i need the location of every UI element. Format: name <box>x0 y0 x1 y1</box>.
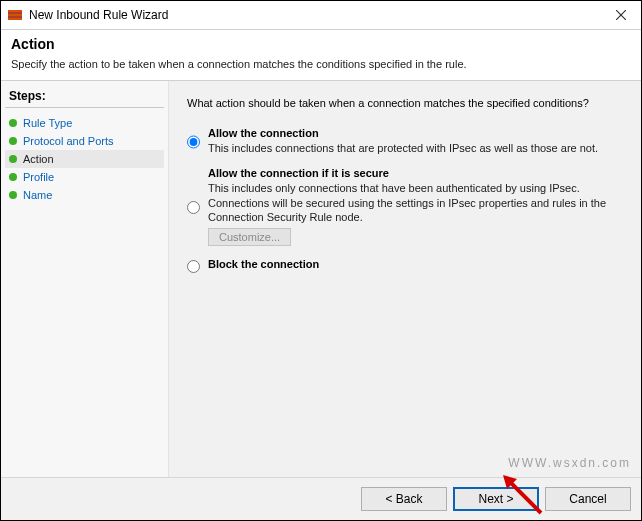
step-dot-icon <box>9 155 17 163</box>
back-button[interactable]: < Back <box>361 487 447 511</box>
svg-rect-2 <box>8 14 22 16</box>
page-subtitle: Specify the action to be taken when a co… <box>11 58 631 70</box>
step-label: Profile <box>23 171 54 183</box>
next-button[interactable]: Next > <box>453 487 539 511</box>
option-title: Allow the connection <box>208 127 623 139</box>
cancel-button[interactable]: Cancel <box>545 487 631 511</box>
step-profile[interactable]: Profile <box>5 168 164 186</box>
step-dot-icon <box>9 173 17 181</box>
steps-sidebar: Steps: Rule Type Protocol and Ports Acti… <box>1 81 169 477</box>
footer: < Back Next > Cancel <box>1 477 641 520</box>
option-desc: This includes only connections that have… <box>208 181 623 224</box>
step-dot-icon <box>9 191 17 199</box>
window-title: New Inbound Rule Wizard <box>29 8 601 22</box>
titlebar: New Inbound Rule Wizard <box>1 1 641 30</box>
step-label: Name <box>23 189 52 201</box>
step-label: Rule Type <box>23 117 72 129</box>
body: Steps: Rule Type Protocol and Ports Acti… <box>1 80 641 477</box>
radio-allow[interactable] <box>187 129 200 155</box>
option-body: Block the connection <box>208 258 623 273</box>
option-desc: This includes connections that are prote… <box>208 141 623 155</box>
option-body: Allow the connection This includes conne… <box>208 127 623 155</box>
option-body: Allow the connection if it is secure Thi… <box>208 167 623 246</box>
step-name[interactable]: Name <box>5 186 164 204</box>
prompt-text: What action should be taken when a conne… <box>187 97 623 109</box>
step-dot-icon <box>9 137 17 145</box>
option-allow-secure: Allow the connection if it is secure Thi… <box>187 167 623 246</box>
close-icon[interactable] <box>601 1 641 29</box>
step-protocol-and-ports[interactable]: Protocol and Ports <box>5 132 164 150</box>
svg-rect-3 <box>8 18 22 20</box>
page-title: Action <box>11 36 631 52</box>
step-action[interactable]: Action <box>5 150 164 168</box>
radio-allow-secure[interactable] <box>187 169 200 246</box>
svg-rect-1 <box>8 10 22 12</box>
step-dot-icon <box>9 119 17 127</box>
step-label: Protocol and Ports <box>23 135 114 147</box>
customize-button: Customize... <box>208 228 291 246</box>
steps-heading: Steps: <box>5 87 164 108</box>
wizard-window: New Inbound Rule Wizard Action Specify t… <box>0 0 642 521</box>
option-title: Block the connection <box>208 258 623 270</box>
radio-block[interactable] <box>187 260 200 273</box>
step-label: Action <box>23 153 54 165</box>
option-allow: Allow the connection This includes conne… <box>187 127 623 155</box>
step-rule-type[interactable]: Rule Type <box>5 114 164 132</box>
option-block: Block the connection <box>187 258 623 273</box>
firewall-icon <box>7 7 23 23</box>
option-title: Allow the connection if it is secure <box>208 167 623 179</box>
content-pane: What action should be taken when a conne… <box>169 81 641 477</box>
page-header: Action Specify the action to be taken wh… <box>1 30 641 80</box>
